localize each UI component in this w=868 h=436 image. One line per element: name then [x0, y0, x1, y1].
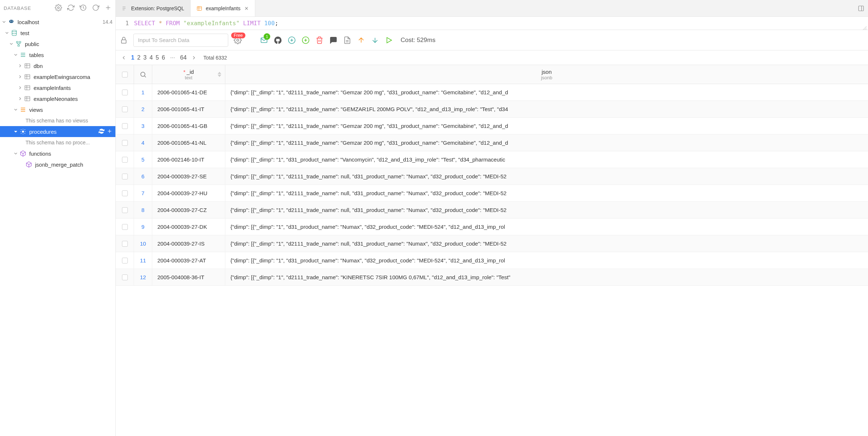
page-number[interactable]: 3 — [143, 54, 148, 61]
schema-node[interactable]: public — [0, 38, 115, 49]
table-row[interactable]: 82004-000039-27-CZ{"dimp": [{"_dimp": "1… — [116, 202, 868, 219]
page-number[interactable]: 4 — [149, 54, 153, 61]
cell-id[interactable]: 2006-001065-41-NL — [152, 134, 225, 151]
cell-id[interactable]: 2006-001065-41-DE — [152, 84, 225, 101]
table-row[interactable]: 12006-001065-41-DE{"dimp": [{"_dimp": "1… — [116, 84, 868, 101]
table-node[interactable]: exampleInfants — [0, 82, 115, 93]
row-checkbox[interactable] — [116, 269, 134, 285]
row-checkbox[interactable] — [116, 118, 134, 134]
cell-id[interactable]: 2004-000039-27-CZ — [152, 202, 225, 218]
table-row[interactable]: 72004-000039-27-HU{"dimp": [{"_dimp": "1… — [116, 185, 868, 202]
cell-json[interactable]: {"dimp": [{"_dimp": "1", "d2111_trade_na… — [225, 134, 868, 151]
row-checkbox[interactable] — [116, 252, 134, 269]
resize-handle-icon[interactable] — [862, 24, 867, 29]
row-checkbox[interactable] — [116, 101, 134, 117]
column-header-id[interactable]: *_id text — [152, 65, 225, 84]
cell-json[interactable]: {"dimp": [{"_dimp": "1", "d31_product_na… — [225, 252, 868, 269]
row-checkbox[interactable] — [116, 219, 134, 235]
procedures-group[interactable]: procedures — [0, 126, 115, 137]
table-node[interactable]: dbn — [0, 60, 115, 71]
lock-icon[interactable] — [119, 36, 128, 45]
tables-group[interactable]: tables — [0, 49, 115, 60]
prev-page-icon[interactable] — [121, 55, 127, 61]
cell-id[interactable]: 2005-004008-36-IT — [152, 269, 225, 285]
cell-id[interactable]: 2006-001065-41-IT — [152, 101, 225, 117]
refresh-icon[interactable] — [67, 4, 74, 12]
cell-json[interactable]: {"dimp": [{"_dimp": "1", "d31_product_na… — [225, 219, 868, 235]
table-row[interactable]: 42006-001065-41-NL{"dimp": [{"_dimp": "1… — [116, 134, 868, 151]
page-number[interactable]: 2 — [137, 54, 141, 61]
row-checkbox[interactable] — [116, 151, 134, 168]
cell-json[interactable]: {"dimp": [{"_dimp": "1", "d2111_trade_na… — [225, 185, 868, 201]
select-all-column[interactable] — [116, 65, 134, 84]
cell-json[interactable]: {"dimp": [{"_dimp": "1", "d2111_trade_na… — [225, 101, 868, 117]
connection-node[interactable]: localhost 14.4 — [0, 16, 115, 27]
cell-id[interactable]: 2006-001065-41-GB — [152, 118, 225, 134]
functions-group[interactable]: functions — [0, 148, 115, 159]
row-checkbox[interactable] — [116, 134, 134, 151]
search-input[interactable] — [133, 34, 228, 47]
table-row[interactable]: 22006-001065-41-IT{"dimp": [{"_dimp": "1… — [116, 101, 868, 118]
cell-id[interactable]: 2004-000039-27-DK — [152, 219, 225, 235]
row-checkbox[interactable] — [116, 168, 134, 185]
cell-json[interactable]: {"dimp": [{"_dimp": "1", "d2111_trade_na… — [225, 118, 868, 134]
add-row-icon[interactable] — [287, 36, 296, 45]
refresh-icon[interactable] — [99, 128, 104, 135]
page-number[interactable]: 5 — [155, 54, 160, 61]
github-icon[interactable] — [274, 36, 282, 45]
document-icon[interactable] — [343, 36, 352, 45]
function-item[interactable]: jsonb_merge_patch — [0, 159, 115, 170]
run-icon[interactable] — [385, 36, 393, 45]
table-row[interactable]: 62004-000039-27-SE{"dimp": [{"_dimp": "1… — [116, 168, 868, 185]
sort-indicator-icon[interactable] — [218, 72, 221, 77]
page-number[interactable]: 1 — [130, 54, 135, 61]
tab-extension-postgresql[interactable]: Extension: PostgreSQL — [116, 0, 191, 16]
row-checkbox[interactable] — [116, 84, 134, 101]
row-checkbox[interactable] — [116, 185, 134, 201]
cell-id[interactable]: 2006-002146-10-IT — [152, 151, 225, 168]
filter-settings-icon[interactable]: Free — [233, 36, 242, 45]
cell-json[interactable]: {"dimp": [{"_dimp": "1", "d2111_trade_na… — [225, 269, 868, 285]
delete-icon[interactable] — [315, 36, 324, 45]
cell-id[interactable]: 2004-000039-27-IS — [152, 235, 225, 252]
close-icon[interactable] — [244, 6, 249, 11]
history-icon[interactable] — [80, 4, 87, 12]
page-last[interactable]: 64 — [179, 54, 187, 61]
comment-icon[interactable] — [329, 36, 338, 45]
database-node[interactable]: test — [0, 27, 115, 38]
cell-id[interactable]: 2004-000039-27-SE — [152, 168, 225, 185]
cell-json[interactable]: {"dimp": [{"_dimp": "1", "d2111_trade_na… — [225, 202, 868, 218]
tab-exampleinfants[interactable]: exampleInfants — [191, 0, 256, 16]
mail-icon[interactable]: 1 — [260, 36, 268, 45]
table-row[interactable]: 52006-002146-10-IT{"dimp": [{"_dimp": "1… — [116, 151, 868, 168]
import-icon[interactable] — [371, 36, 379, 45]
row-checkbox[interactable] — [116, 202, 134, 218]
table-row[interactable]: 112004-000039-27-AT{"dimp": [{"_dimp": "… — [116, 252, 868, 269]
row-checkbox[interactable] — [116, 235, 134, 252]
cell-json[interactable]: {"dimp": [{"_dimp": "1", "d2111_trade_na… — [225, 235, 868, 252]
table-node[interactable]: exampleNeonates — [0, 93, 115, 104]
cell-id[interactable]: 2004-000039-27-HU — [152, 185, 225, 201]
add-green-icon[interactable] — [301, 36, 310, 45]
export-icon[interactable] — [357, 36, 366, 45]
next-page-icon[interactable] — [191, 55, 197, 61]
cell-json[interactable]: {"dimp": [{"_dimp": "1", "d31_product_na… — [225, 151, 868, 168]
cell-json[interactable]: {"dimp": [{"_dimp": "1", "d2111_trade_na… — [225, 168, 868, 185]
cell-json[interactable]: {"dimp": [{"_dimp": "1", "d2111_trade_na… — [225, 84, 868, 101]
views-group[interactable]: views — [0, 104, 115, 115]
grid-body[interactable]: 12006-001065-41-DE{"dimp": [{"_dimp": "1… — [116, 84, 868, 436]
column-header-json[interactable]: json jsonb — [225, 65, 868, 84]
add-icon[interactable] — [107, 128, 112, 135]
table-row[interactable]: 102004-000039-27-IS{"dimp": [{"_dimp": "… — [116, 235, 868, 252]
cell-id[interactable]: 2004-000039-27-AT — [152, 252, 225, 269]
table-row[interactable]: 32006-001065-41-GB{"dimp": [{"_dimp": "1… — [116, 118, 868, 134]
table-row[interactable]: 122005-004008-36-IT{"dimp": [{"_dimp": "… — [116, 269, 868, 286]
redo-icon[interactable] — [92, 4, 99, 12]
table-node[interactable]: exampleEwingsarcoma — [0, 71, 115, 82]
settings-icon[interactable] — [55, 4, 62, 12]
page-number[interactable]: 6 — [161, 54, 166, 61]
layout-icon[interactable] — [854, 0, 868, 16]
table-row[interactable]: 92004-000039-27-DK{"dimp": [{"_dimp": "1… — [116, 219, 868, 235]
sql-editor[interactable]: 1 SELECT * FROM "exampleInfants" LIMIT 1… — [116, 17, 868, 30]
add-icon[interactable] — [104, 4, 112, 12]
